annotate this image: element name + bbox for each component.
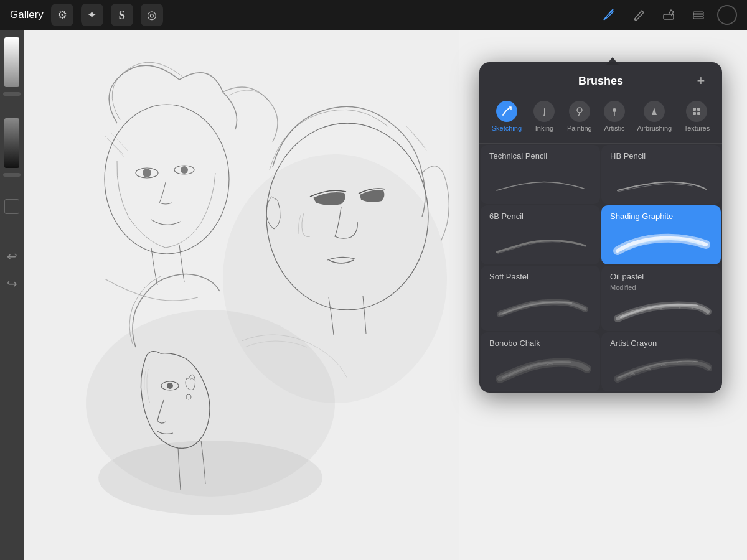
svg-rect-4 [693,14,703,16]
svg-point-31 [642,310,644,312]
svg-rect-28 [697,108,700,111]
textures-label: Textures [684,124,710,132]
selection-icon[interactable]: 𝐒 [111,4,133,26]
svg-point-26 [613,108,616,112]
brush-soft-pastel[interactable]: Soft Pastel [481,266,600,331]
eraser-tool[interactable] [657,4,680,26]
svg-point-33 [679,307,681,309]
panel-header: Brushes + [479,62,722,96]
toolbar-right [598,4,737,26]
brush-grid: Technical Pencil HB Pencil [479,144,722,393]
svg-point-8 [223,154,447,403]
tab-textures[interactable]: Textures [679,98,715,134]
artistic-label: Artistic [604,124,625,132]
svg-point-11 [143,169,151,177]
svg-rect-30 [697,112,700,115]
toolbar-left: Gallery ⚙ ✦ 𝐒 ◎ [10,4,163,26]
toolbar: Gallery ⚙ ✦ 𝐒 ◎ [0,0,747,30]
svg-point-25 [577,108,582,113]
svg-rect-29 [693,112,696,115]
brushes-panel: Brushes + Sketching [479,62,722,393]
brush-hb-pencil[interactable]: HB Pencil [601,145,721,204]
brush-technical-pencil[interactable]: Technical Pencil [481,145,600,204]
svg-rect-3 [693,12,703,14]
redo-button[interactable]: ↪ [3,275,21,292]
adjustments-icon[interactable]: ✦ [81,4,103,26]
tab-airbrushing[interactable]: Airbrushing [632,98,677,134]
textures-icon [686,101,707,122]
brush-shading-graphite[interactable]: Shading Graphite [601,205,721,264]
artistic-icon [604,101,625,122]
airbrushing-label: Airbrushing [637,124,672,132]
color-picker[interactable] [717,5,737,25]
svg-point-16 [167,383,173,389]
left-sidebar: ↩ ↪ [0,30,24,560]
brush-bonobo-chalk[interactable]: Bonobo Chalk [481,332,600,391]
svg-point-24 [98,441,322,515]
svg-line-1 [634,19,636,21]
gallery-button[interactable]: Gallery [10,9,44,21]
size-handle[interactable] [3,173,21,177]
transform-icon[interactable]: ◎ [141,4,163,26]
tab-inking[interactable]: Inking [529,98,560,134]
inking-label: Inking [535,124,553,132]
tab-artistic[interactable]: Artistic [599,98,630,134]
svg-point-13 [181,166,188,174]
pencil-tool[interactable] [627,4,650,26]
settings-icon[interactable]: ⚙ [51,4,73,26]
sketching-icon [496,101,517,122]
add-brush-button[interactable]: + [692,72,710,90]
canvas-drawing [24,30,459,560]
panel-title: Brushes [509,75,692,88]
tab-painting[interactable]: Painting [562,98,597,134]
category-tabs: Sketching Inking Painting [479,96,722,144]
brush-tool[interactable] [598,4,620,26]
svg-rect-5 [693,17,703,19]
airbrushing-icon [644,101,665,122]
painting-icon [569,101,590,122]
layers-tool[interactable] [687,4,710,26]
opacity-slider[interactable] [4,37,19,87]
sketching-label: Sketching [492,124,522,132]
panel-caret [606,57,619,65]
size-slider[interactable] [4,118,19,168]
sketch-svg [24,30,459,560]
svg-rect-27 [693,108,696,111]
svg-point-34 [692,307,693,309]
brush-artist-crayon[interactable]: Artist Crayon [601,332,721,391]
brush-6b-pencil[interactable]: 6B Pencil [481,205,600,264]
brush-oil-pastel[interactable]: Oil pastel Modified [601,266,721,331]
undo-button[interactable]: ↩ [3,248,21,265]
canvas-area: ↩ ↪ [0,30,747,560]
tab-sketching[interactable]: Sketching [487,98,527,134]
painting-label: Painting [567,124,592,132]
svg-point-32 [660,308,662,310]
opacity-handle[interactable] [3,92,21,96]
inking-icon [533,101,555,122]
color-swatch[interactable] [4,199,19,214]
